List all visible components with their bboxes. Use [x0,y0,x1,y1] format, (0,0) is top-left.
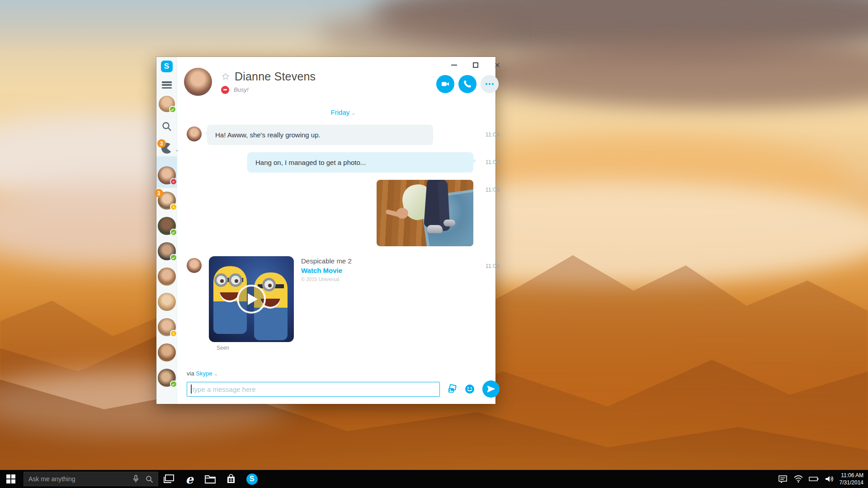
recents-icon[interactable]: 3 ⌄ [160,142,173,156]
busy-status-icon [170,178,177,185]
chevron-down-icon: ⌄ [214,371,218,376]
compose-area: via Skype ⌄ type a message here [177,370,508,404]
edge-glyph: e [185,473,193,485]
avatar [187,258,202,273]
taskbar-search-box[interactable]: Ask me anything [24,472,158,486]
message-incoming-video: Despicable me 2 Watch Movie © 2015 Unive… [187,256,500,342]
video-call-button[interactable] [436,75,454,93]
skype-rail: S 3 ⌄ 3 [156,57,177,404]
online-status-icon [170,229,177,236]
avatar [158,293,176,311]
peer-avatar[interactable] [184,68,212,96]
avatar [158,343,176,361]
avatar [187,127,202,141]
input-placeholder: type a message here [193,385,256,393]
network-name: Skype [196,370,212,377]
photo-content [427,225,443,233]
skype-logo: S [161,61,173,72]
more-options-button[interactable] [481,75,499,93]
chat-pane: ✕ Dianne Stevens Busy! [177,57,508,404]
read-receipt: Seen [217,345,500,351]
video-thumbnail[interactable] [209,256,294,342]
send-button[interactable] [482,380,500,398]
tray-date: 7/31/2014 [840,479,863,486]
window-controls: ✕ [448,61,503,70]
unread-badge: 3 [155,189,163,197]
battery-icon[interactable] [806,470,821,488]
contact-item[interactable]: 3 [156,188,177,213]
online-status-icon [170,380,177,388]
chevron-down-icon: ⌄ [351,110,355,116]
taskbar-clock[interactable]: 11:06 AM 7/31/2014 [837,472,868,486]
contact-item[interactable] [156,239,177,264]
skype-taskbar-icon[interactable]: S [241,470,262,488]
message-outgoing: Hang on, I managed to get a photo... 11:… [187,152,500,173]
message-bubble: Hang on, I managed to get a photo... [247,152,473,173]
contact-item[interactable] [156,365,177,390]
shared-photo[interactable] [377,180,473,246]
action-center-icon[interactable] [775,470,791,488]
self-avatar[interactable] [159,96,175,112]
share-media-icon[interactable] [447,384,457,394]
video-title: Despicable me 2 [301,257,352,265]
message-input[interactable]: type a message here [187,382,440,397]
minimize-button[interactable] [448,61,460,70]
play-icon[interactable] [237,285,266,314]
message-timestamp: 11:04 [485,131,500,138]
message-timestamp: 11:05 [485,186,500,193]
message-incoming: Ha! Awww, she's really growing up. 11:04 [187,125,500,145]
via-network-selector[interactable]: via Skype ⌄ [187,370,500,377]
away-status-icon [170,203,177,211]
favorite-star-icon[interactable] [221,72,230,81]
contact-item[interactable] [156,340,177,365]
emoticon-icon[interactable] [464,384,475,394]
store-icon[interactable] [221,470,241,488]
message-bubble: Ha! Awww, she's really growing up. [207,125,433,145]
contact-item[interactable] [156,264,177,289]
unread-badge: 3 [157,139,166,148]
maximize-button[interactable] [470,61,481,70]
edge-browser-icon[interactable]: e [179,470,200,488]
message-outgoing-photo: 11:05 [187,180,500,246]
voice-call-button[interactable] [458,75,476,93]
close-button[interactable]: ✕ [491,61,503,70]
online-status-icon [169,106,176,113]
contact-item[interactable] [156,314,177,340]
mood-message: Busy! [234,86,249,93]
search-icon[interactable] [146,475,153,483]
start-button[interactable] [0,470,22,488]
search-icon[interactable] [161,121,172,134]
contact-item-dianne[interactable] [156,156,177,188]
microphone-icon[interactable] [132,475,139,483]
away-status-icon [170,330,177,337]
file-explorer-icon[interactable] [200,470,221,488]
system-tray: 11:06 AM 7/31/2014 [775,470,868,488]
busy-status-icon [221,86,229,94]
search-placeholder: Ask me anything [28,475,132,483]
wallpaper-cloud [316,14,506,54]
date-divider-label: Friday [331,108,350,116]
photo-content [443,220,455,226]
tray-time: 11:06 AM [840,472,863,479]
text-cursor [191,385,192,394]
volume-icon[interactable] [821,470,837,488]
skype-window: S 3 ⌄ 3 [156,57,495,404]
contact-item[interactable] [156,289,177,314]
date-divider[interactable]: Friday⌄ [187,108,500,117]
video-copyright: © 2015 Universal [301,277,352,282]
avatar [158,267,176,286]
peer-name: Dianne Stevens [235,70,316,83]
message-timestamp: 11:05 [485,159,500,165]
skype-glyph: S [246,474,258,485]
online-status-icon [170,254,177,261]
contact-item[interactable] [156,213,177,239]
taskbar: Ask me anything e S [0,470,868,488]
message-timestamp: 11:06 [485,263,500,269]
via-label: via [187,370,194,377]
watch-movie-link[interactable]: Watch Movie [301,267,352,274]
ellipsis-icon [486,83,494,85]
menu-icon[interactable] [162,81,172,89]
task-view-button[interactable] [158,470,179,488]
wifi-icon[interactable] [791,470,806,488]
message-history: Friday⌄ Ha! Awww, she's really growing u… [177,102,508,370]
